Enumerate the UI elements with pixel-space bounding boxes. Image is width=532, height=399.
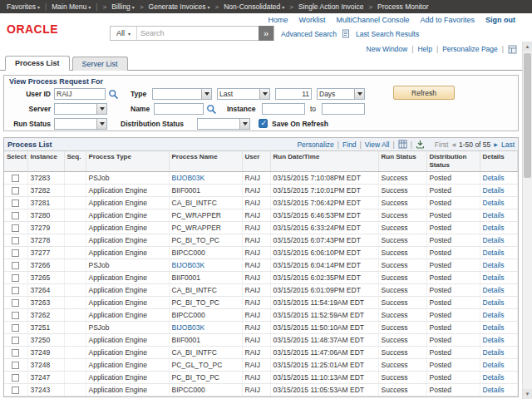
tab-server-list[interactable]: Server List: [72, 57, 128, 71]
cell-distribution-status: Posted: [426, 222, 480, 234]
row-checkbox[interactable]: [12, 175, 19, 182]
process-name-link[interactable]: BIJOB03K: [169, 259, 242, 272]
row-checkbox[interactable]: [12, 374, 19, 382]
personalize-page-link[interactable]: Personalize Page: [442, 45, 498, 53]
row-checkbox[interactable]: [12, 312, 19, 319]
details-link[interactable]: Details: [480, 247, 518, 259]
add-to-favorites-link[interactable]: Add to Favorites: [420, 16, 475, 24]
server-dropdown[interactable]: [54, 103, 107, 115]
row-checkbox[interactable]: [12, 224, 19, 232]
tab-process-list[interactable]: Process List: [5, 56, 70, 71]
details-link[interactable]: Details: [480, 334, 518, 347]
view-process-request-panel: View Process Request For User ID Type La…: [3, 75, 519, 131]
cell-seq: [64, 209, 86, 222]
row-checkbox[interactable]: [12, 200, 19, 207]
details-link[interactable]: Details: [480, 209, 518, 222]
row-checkbox[interactable]: [12, 299, 19, 307]
process-name-input[interactable]: [154, 103, 204, 115]
row-checkbox[interactable]: [12, 337, 19, 344]
zoom-grid-icon[interactable]: [398, 140, 407, 149]
row-checkbox[interactable]: [12, 212, 19, 219]
pagination-first[interactable]: First: [435, 140, 449, 149]
page-settings-icon[interactable]: [508, 45, 517, 54]
last-count-input[interactable]: [275, 88, 312, 100]
row-checkbox[interactable]: [12, 274, 19, 282]
search-go-button[interactable]: »: [259, 26, 273, 41]
separator: |: [411, 140, 412, 149]
pagination-last[interactable]: Last: [501, 140, 515, 149]
download-icon[interactable]: [416, 140, 425, 149]
help-link[interactable]: Help: [417, 45, 431, 53]
details-link[interactable]: Details: [480, 185, 518, 197]
row-checkbox[interactable]: [12, 387, 19, 394]
search-scope-dropdown[interactable]: All ▾: [111, 27, 137, 40]
instance-from-input[interactable]: [262, 103, 305, 115]
process-name-lookup-icon[interactable]: [206, 103, 217, 114]
details-link[interactable]: Details: [480, 234, 518, 247]
process-name-link[interactable]: BIJOB03K: [169, 322, 242, 334]
next-page-icon[interactable]: ▶: [494, 141, 498, 147]
cell-process-type: Application Engine: [86, 185, 169, 197]
row-checkbox[interactable]: [12, 249, 19, 257]
details-link[interactable]: Details: [480, 309, 518, 322]
main-menu[interactable]: Main Menu ▾: [52, 2, 91, 11]
row-checkbox[interactable]: [12, 187, 19, 195]
details-link[interactable]: Details: [480, 272, 518, 284]
last-search-results-link[interactable]: Last Search Results: [356, 30, 419, 38]
details-link[interactable]: Details: [480, 372, 518, 384]
details-link[interactable]: Details: [480, 172, 518, 185]
scroll-up-icon[interactable]: ▲: [523, 42, 532, 52]
refresh-button[interactable]: Refresh: [393, 86, 455, 100]
row-checkbox[interactable]: [12, 287, 19, 294]
user-id-input[interactable]: [54, 88, 106, 100]
find-link[interactable]: Find: [342, 140, 357, 149]
row-checkbox[interactable]: [12, 349, 19, 357]
breadcrumb-single-action-invoice[interactable]: Single Action Invoice: [298, 2, 363, 11]
time-unit-dropdown[interactable]: Days: [317, 88, 365, 100]
cell-process-type: Application Engine: [86, 197, 169, 209]
run-status-dropdown[interactable]: [54, 118, 107, 130]
sign-out-link[interactable]: Sign out: [485, 16, 515, 24]
multichannel-console-link[interactable]: MultiChannel Console: [336, 16, 409, 24]
details-link[interactable]: Details: [480, 297, 518, 309]
cell-run-datetime: 03/15/2015 11:47:06AM EDT: [270, 347, 378, 359]
details-link[interactable]: Details: [480, 347, 518, 359]
scroll-down-icon[interactable]: ▼: [523, 389, 532, 399]
instance-to-input[interactable]: [322, 103, 365, 115]
advanced-search-link[interactable]: Advanced Search: [281, 30, 337, 38]
row-checkbox[interactable]: [12, 362, 19, 369]
process-name-link[interactable]: BIJOB03K: [169, 172, 242, 185]
view-all-link[interactable]: View All: [365, 140, 390, 149]
new-window-link[interactable]: New Window: [367, 45, 408, 53]
table-row: 37283 PSJob BIJOB03K RAIJ 03/15/2015 7:1…: [4, 172, 518, 185]
details-link[interactable]: Details: [480, 322, 518, 334]
favorites-menu[interactable]: Favorites ▾: [7, 2, 40, 11]
row-checkbox[interactable]: [12, 237, 19, 244]
cell-run-status: Success: [378, 209, 426, 222]
search-input[interactable]: [137, 29, 259, 37]
details-link[interactable]: Details: [480, 222, 518, 234]
breadcrumb-process-monitor[interactable]: Process Monitor: [377, 2, 428, 11]
type-dropdown[interactable]: [152, 88, 212, 100]
worklist-link[interactable]: Worklist: [299, 16, 326, 24]
details-link[interactable]: Details: [480, 359, 518, 372]
scrollbar-thumb[interactable]: [524, 53, 531, 178]
personalize-link[interactable]: Personalize: [297, 140, 333, 149]
row-checkbox[interactable]: [12, 324, 19, 332]
vertical-scrollbar[interactable]: ▲ ▼: [522, 42, 532, 399]
previous-page-icon[interactable]: ◀: [451, 141, 456, 147]
breadcrumb-billing[interactable]: Billing ▾: [111, 2, 135, 11]
row-checkbox[interactable]: [12, 262, 19, 269]
details-link[interactable]: Details: [480, 197, 518, 209]
date-range-dropdown[interactable]: Last: [217, 88, 270, 100]
details-link[interactable]: Details: [480, 284, 518, 297]
save-on-refresh-checkbox[interactable]: [259, 119, 268, 128]
user-id-lookup-icon[interactable]: [108, 88, 119, 99]
distribution-status-dropdown[interactable]: [197, 118, 250, 130]
cell-instance: 37265: [27, 272, 64, 284]
details-link[interactable]: Details: [480, 259, 518, 272]
breadcrumb-generate-invoices[interactable]: Generate Invoices ▾: [149, 2, 210, 11]
details-link[interactable]: Details: [480, 384, 518, 397]
home-link[interactable]: Home: [268, 16, 288, 24]
breadcrumb-non-consolidated[interactable]: Non-Consolidated ▾: [224, 2, 284, 11]
